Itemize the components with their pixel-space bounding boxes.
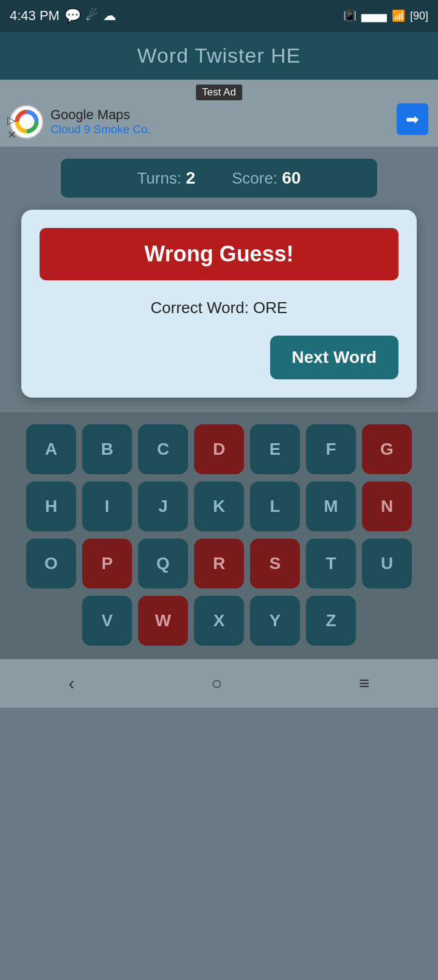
keyboard: ABCDEFGHIJKLMNOPQRSTUVWXYZ [6,424,432,646]
key-c[interactable]: C [138,424,188,474]
turns-label: Turns: [137,169,181,187]
keyboard-row: HIJKLMN [6,481,432,531]
ad-close-icon: ✕ [7,128,16,142]
key-b[interactable]: B [82,424,132,474]
result-dialog: Wrong Guess! Correct Word: ORE Next Word [21,210,417,398]
ad-company: Google Maps [50,107,151,123]
key-s[interactable]: S [250,539,300,588]
time: 4:43 PM [10,8,60,24]
app-header: Word Twister HE [0,32,438,80]
score-bar: Turns: 2 Score: 60 [61,159,377,198]
ad-subtitle: Cloud 9 Smoke Co. [50,123,151,136]
app-title: Word Twister HE [0,44,438,67]
key-a[interactable]: A [26,424,76,474]
status-bar-right: 📳 ▅▅▅ 📶 [90] [343,9,428,22]
ad-play-icon: ▷ [7,114,16,127]
score-value: 60 [282,168,301,187]
vibrate-icon: 📳 [343,9,356,22]
turns-display: Turns: 2 [137,168,195,188]
menu-button[interactable]: ≡ [341,667,388,700]
score-label: Score: [232,169,277,187]
key-y[interactable]: Y [250,596,300,646]
home-button[interactable]: ○ [193,667,240,700]
whatsapp-icon: 💬 [64,8,81,24]
key-f[interactable]: F [306,424,356,474]
keyboard-row: OPQRSTU [6,539,432,588]
key-r[interactable]: R [194,539,244,588]
ad-text: Google Maps Cloud 9 Smoke Co. [50,107,151,136]
key-t[interactable]: T [306,539,356,588]
back-button[interactable]: ‹ [50,667,92,700]
cloud-icon: ☁ [103,8,116,24]
wrong-guess-banner: Wrong Guess! [40,228,398,280]
wifi-icon: 📶 [392,9,405,22]
key-k[interactable]: K [194,481,244,531]
key-z[interactable]: Z [306,596,356,646]
key-n[interactable]: N [362,481,412,531]
key-x[interactable]: X [194,596,244,646]
next-word-button[interactable]: Next Word [270,336,399,379]
ad-content: Google Maps Cloud 9 Smoke Co. [10,105,151,139]
key-u[interactable]: U [362,539,412,588]
keyboard-area: ABCDEFGHIJKLMNOPQRSTUVWXYZ [0,412,438,659]
key-e[interactable]: E [250,424,300,474]
key-w[interactable]: W [138,596,188,646]
keyboard-row: VWXYZ [6,596,432,646]
usb-icon: ☄ [86,8,98,24]
key-g[interactable]: G [362,424,412,474]
correct-word-display: Correct Word: ORE [40,298,398,317]
status-bar-left: 4:43 PM 💬 ☄ ☁ [10,8,116,24]
key-d[interactable]: D [194,424,244,474]
key-q[interactable]: Q [138,539,188,588]
key-v[interactable]: V [82,596,132,646]
signal-icon: ▅▅▅ [361,9,387,22]
key-p[interactable]: P [82,539,132,588]
ad-banner[interactable]: Test Ad Google Maps Cloud 9 Smoke Co. ➡ … [0,80,438,147]
turns-value: 2 [186,168,195,187]
key-j[interactable]: J [138,481,188,531]
key-h[interactable]: H [26,481,76,531]
ad-label: Test Ad [196,85,242,100]
key-i[interactable]: I [82,481,132,531]
keyboard-row: ABCDEFG [6,424,432,474]
key-m[interactable]: M [306,481,356,531]
status-bar: 4:43 PM 💬 ☄ ☁ 📳 ▅▅▅ 📶 [90] [0,0,438,32]
bottom-nav: ‹ ○ ≡ [0,659,438,708]
ad-controls: ▷ ✕ [7,114,16,142]
key-o[interactable]: O [26,539,76,588]
ad-arrow-icon[interactable]: ➡ [397,103,428,135]
wrong-guess-text: Wrong Guess! [144,241,293,266]
score-display: Score: 60 [232,168,301,188]
key-l[interactable]: L [250,481,300,531]
battery-icon: [90] [410,10,428,22]
